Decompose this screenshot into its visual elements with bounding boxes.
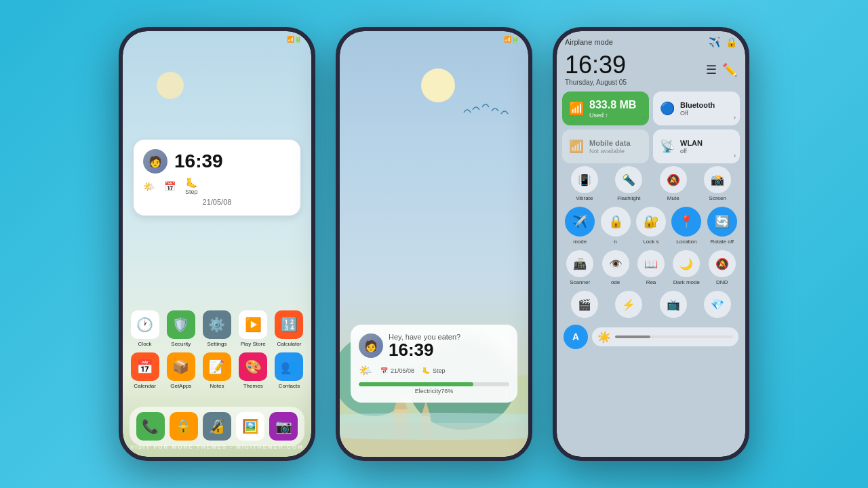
notif-step: 🦶 Step — [422, 367, 446, 374]
app-icon-playstore: ▶️ — [239, 310, 267, 339]
cc-btn-battery-saver[interactable]: ⚡ — [615, 291, 642, 318]
app-clock[interactable]: 🕐 Clock — [130, 310, 160, 347]
reading-icon: 👁️ — [602, 250, 629, 277]
app-notes[interactable]: 📝 Notes — [201, 352, 232, 389]
sun2-decoration — [421, 68, 455, 102]
location-toggle-label: Location — [676, 239, 696, 245]
cc-btn-flashlight[interactable]: 🔦 Flashlight — [615, 166, 642, 201]
app-dock: 📞 🔒 🔏 🖼️ 📷 — [130, 407, 304, 446]
cc-btn-vibrate[interactable]: 📳 Vibrate — [571, 166, 598, 201]
app-playstore[interactable]: ▶️ Play Store — [238, 310, 269, 347]
phone-3: Airplane mode ✈️ 🔒 16:39 Thursday, Augus… — [553, 27, 749, 461]
dock-lock[interactable]: 🔒 — [170, 412, 198, 441]
notif-date: 21/05/08 — [391, 367, 414, 374]
cc-toggle-airplane[interactable]: ✈️ mode — [565, 207, 595, 245]
lock-icon[interactable]: 🔒 — [726, 37, 737, 47]
wlan-icon: 📡 — [660, 139, 675, 154]
cc-btn-reading[interactable]: 👁️ ode — [602, 250, 629, 285]
cc-tile-mobiledata-sub: Not available — [589, 148, 642, 155]
widget-time: 16:39 — [174, 150, 223, 172]
cc-tile-data-sub: Used ↑ — [589, 112, 642, 119]
phone1-background: 📶🔋 🧑 16:39 🌤️ 📅 🦶 — [123, 31, 311, 457]
notification-card: 🧑 Hey, have you eaten? 16:39 🌤️ 📅 21/05/… — [351, 325, 517, 403]
watermark: VISIT FOR MORE THEMES - MIUITHEMER.COM — [130, 444, 304, 450]
cc-airplane-text: Airplane mode — [565, 38, 613, 46]
cc-tile-data[interactable]: 📶 833.8 MB Used ↑ › — [562, 92, 649, 125]
lock-toggle-icon: 🔐 — [636, 207, 666, 237]
status-icons-1: 📶🔋 — [287, 36, 302, 43]
cc-toggle-rotate[interactable]: 🔄 Rotate off — [707, 207, 737, 245]
app-security[interactable]: 🛡️ Security — [165, 310, 196, 347]
dock-camera[interactable]: 📷 — [269, 412, 298, 441]
cc-btn-darkmode[interactable]: 🌙 Dark mode — [673, 250, 700, 285]
airplane-icon[interactable]: ✈️ — [709, 37, 720, 47]
app-icon-settings: ⚙️ — [203, 310, 231, 339]
data-tile-arrow: › — [643, 114, 645, 121]
cc-btn-mute[interactable]: 🔕 Mute — [660, 166, 687, 201]
step-icon: 🦶 — [186, 178, 197, 188]
cc-tile-wlan[interactable]: 📡 WLAN off › — [653, 129, 740, 163]
list-icon[interactable]: ☰ — [706, 62, 717, 77]
app-label-clock: Clock — [138, 341, 152, 347]
app-contacts[interactable]: 👥 Contacts — [274, 352, 304, 389]
cc-toggle-location[interactable]: 📍 Location — [671, 207, 701, 245]
cc-date: Thursday, August 05 — [565, 79, 627, 86]
app-label-playstore: Play Store — [241, 341, 266, 347]
battery-bar-fill — [359, 382, 473, 386]
cc-btn-screencast[interactable]: 📺 — [660, 291, 687, 318]
app-settings[interactable]: ⚙️ Settings — [201, 310, 232, 347]
cc-toggle-lock[interactable]: 🔐 Lock s — [636, 207, 666, 245]
cc-brightness-slider[interactable]: ☀️ — [592, 327, 738, 346]
cc-bottom-a-button[interactable]: A — [564, 325, 588, 349]
reader-label: Rea — [646, 279, 656, 285]
phone3-background: Airplane mode ✈️ 🔒 16:39 Thursday, Augus… — [557, 31, 745, 457]
app-icon-notes: 📝 — [203, 352, 231, 381]
notif-time: 16:39 — [389, 341, 460, 359]
weather-icon: 🌤️ — [143, 181, 155, 192]
cc-bottom-bar: A ☀️ — [557, 321, 745, 353]
app-getapps[interactable]: 📦 GetApps — [165, 352, 196, 389]
cc-toggle-vpn[interactable]: 🔒 n — [601, 207, 631, 245]
dock-gallery[interactable]: 🖼️ — [236, 412, 264, 441]
sun-decoration — [157, 72, 184, 99]
lock-toggle-label: Lock s — [643, 239, 658, 245]
cc-bottom-a-label: A — [572, 331, 579, 342]
weather-icon-item: 🌤️ — [143, 181, 155, 192]
cc-btn-nfc[interactable]: 💎 — [704, 291, 731, 318]
cc-btn-scanner[interactable]: 📠 Scanner — [566, 250, 593, 285]
cc-time-icons: ☰ ✏️ — [706, 62, 737, 77]
vpn-toggle-label: n — [614, 239, 616, 245]
cc-tile-data-info: 833.8 MB Used ↑ — [589, 99, 642, 119]
cc-tile-mobiledata[interactable]: 📶 Mobile data Not available — [562, 129, 649, 163]
brightness-icon: ☀️ — [597, 331, 611, 344]
cc-tile-wlan-info: WLAN off — [680, 139, 733, 155]
user-avatar: 🧑 — [143, 149, 167, 174]
cc-btn-screen[interactable]: 📸 Screen — [704, 166, 731, 201]
dock-security[interactable]: 🔏 — [203, 412, 231, 441]
app-calculator[interactable]: 🔢 Calculator — [274, 310, 304, 347]
cc-btn-reader[interactable]: 📖 Rea — [637, 250, 665, 285]
brightness-track — [615, 336, 733, 338]
scanner-icon: 📠 — [566, 250, 593, 277]
cc-btn-cast[interactable]: 🎬 — [571, 291, 598, 318]
flashlight-icon: 🔦 — [615, 166, 642, 193]
screencast-icon: 📺 — [660, 291, 687, 318]
app-themes[interactable]: 🎨 Themes — [238, 352, 269, 389]
mute-label: Mute — [667, 195, 679, 201]
mobiledata-icon: 📶 — [569, 139, 584, 154]
phone-1: 📶🔋 🧑 16:39 🌤️ 📅 🦶 — [119, 27, 315, 461]
cc-tile-data-label: 833.8 MB — [589, 99, 642, 111]
cc-btn-dnd[interactable]: 🔕 DND — [709, 250, 736, 285]
dock-phone[interactable]: 📞 — [136, 412, 165, 441]
cc-icon-row1: 📳 Vibrate 🔦 Flashlight 🔕 Mute 📸 Screen — [557, 163, 745, 204]
app-label-themes: Themes — [243, 383, 263, 389]
app-label-calendar: Calendar — [134, 383, 155, 389]
cc-tile-bluetooth[interactable]: 🔵 Bluetooth Off › — [653, 92, 740, 125]
app-calendar[interactable]: 📅 Calendar — [130, 352, 160, 389]
notif-calendar: 📅 21/05/08 — [380, 367, 414, 374]
edit-icon[interactable]: ✏️ — [722, 62, 737, 77]
location-toggle-icon: 📍 — [671, 207, 701, 237]
scanner-label: Scanner — [570, 279, 590, 285]
app-label-settings: Settings — [208, 341, 227, 347]
birds-decoration — [460, 99, 515, 129]
